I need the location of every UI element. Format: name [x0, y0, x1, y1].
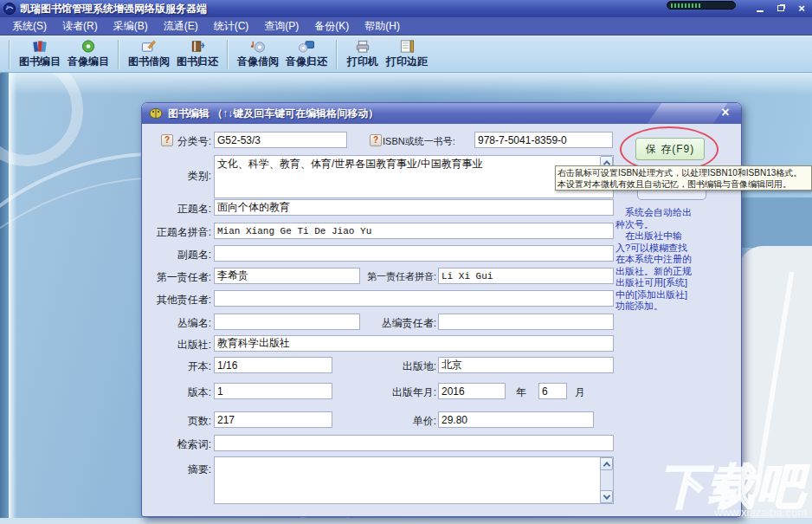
- toolbar-separator: [9, 40, 10, 69]
- edition-input[interactable]: [214, 383, 332, 399]
- meter-bars-icon: [671, 3, 700, 8]
- first-author-label: 第一责任者:: [142, 270, 211, 285]
- isbn-tooltip: 右击鼠标可设置ISBN处理方式，以处理ISBN10和ISBN13格式。 本设置对…: [555, 165, 812, 191]
- publisher-label: 出版社:: [142, 338, 211, 353]
- print-margin-icon: [398, 39, 416, 54]
- dialog-titlebar-notch: [648, 103, 728, 124]
- menu-reader[interactable]: 读者(R): [55, 17, 105, 36]
- restore-button[interactable]: [774, 2, 788, 14]
- toolbar-separator: [227, 40, 229, 69]
- price-input[interactable]: [438, 411, 594, 428]
- isbn-help-button[interactable]: ?: [370, 134, 382, 146]
- menu-circulation[interactable]: 流通(E): [157, 17, 205, 36]
- toolbar-separator: [118, 40, 119, 69]
- toolbar-button-book-return[interactable]: 图书归还: [173, 38, 222, 70]
- av-borrow-icon: [249, 39, 267, 54]
- title-input[interactable]: [214, 199, 614, 216]
- series-author-input[interactable]: [438, 314, 614, 330]
- classification-input[interactable]: [214, 132, 347, 148]
- publisher-input[interactable]: [214, 335, 614, 352]
- toolbar-button-print-margin[interactable]: 打印边距: [383, 38, 431, 70]
- watermark-title: 下载吧: [659, 463, 807, 509]
- dialog-close-button[interactable]: ×: [717, 106, 734, 120]
- title-label: 正题名:: [142, 202, 211, 217]
- year-unit-label: 年: [516, 385, 533, 400]
- keywords-input[interactable]: [214, 435, 614, 451]
- publisher-helper-text: 系统会自动给出 种次号。 在出版社中输 入?可以模糊查找 在本系统中注册的 出版…: [615, 207, 709, 313]
- toolbar-separator: [336, 40, 338, 69]
- tooltip-line-2: 本设置对本微机有效且自动记忆，图书编辑与音像编辑同用。: [557, 178, 809, 190]
- format-label: 开本:: [142, 359, 211, 374]
- menu-acquisition[interactable]: 采编(B): [106, 17, 155, 36]
- classification-label: 分类号:: [142, 134, 211, 149]
- av-catalog-icon: [80, 39, 97, 54]
- isbn-label: ISBN或统一书号:: [383, 135, 473, 148]
- first-author-pinyin-label: 第一责任者拼音:: [341, 270, 436, 283]
- minimize-button[interactable]: [753, 2, 767, 14]
- menu-bar: 系统(S) 读者(R) 采编(B) 流通(E) 统计(C) 查询(P) 备份(K…: [0, 17, 812, 36]
- price-label: 单价:: [341, 414, 436, 429]
- series-author-label: 丛编责任者:: [341, 316, 436, 331]
- isbn-input[interactable]: [474, 132, 613, 148]
- toolbar-button-printer[interactable]: 打印机: [343, 38, 383, 70]
- app-icon: [3, 3, 16, 15]
- abstract-scroll-up-button[interactable]: [600, 457, 613, 470]
- abstract-textarea-wrap: [214, 456, 614, 504]
- book-borrow-icon: [140, 39, 158, 54]
- series-name-input[interactable]: [214, 314, 360, 330]
- close-button[interactable]: ×: [795, 2, 809, 14]
- abstract-label: 摘要:: [142, 463, 211, 477]
- toolbar-button-av-return[interactable]: 音像归还: [282, 38, 331, 70]
- series-name-label: 丛编名:: [142, 316, 211, 331]
- printer-icon: [354, 39, 371, 54]
- toolbar: 图书编目 音像编目 图书借阅 图书归还 音像借阅 音像归还 打印机: [0, 36, 812, 73]
- toolbar-button-av-borrow[interactable]: 音像借阅: [234, 38, 282, 70]
- toolbar-button-book-catalog[interactable]: 图书编目: [16, 38, 64, 70]
- book-return-icon: [189, 39, 206, 54]
- month-unit-label: 月: [575, 385, 592, 400]
- tooltip-line-1: 右击鼠标可设置ISBN处理方式，以处理ISBN10和ISBN13格式。: [557, 167, 809, 178]
- other-authors-input[interactable]: [214, 290, 614, 307]
- publish-place-label: 出版地:: [341, 359, 436, 374]
- title-pinyin-label: 正题名拼音:: [142, 225, 211, 240]
- dialog-title: 图书编辑 （↑↓键及回车键可在编辑格间移动）: [168, 107, 378, 121]
- window-titlebar: 凯瑞图书馆管理系统增强网络版服务器端 ×: [0, 0, 812, 17]
- subtitle-input[interactable]: [214, 245, 614, 262]
- menu-system[interactable]: 系统(S): [5, 17, 54, 36]
- category-textarea[interactable]: 文化、科学、教育、体育/世界各国教育事业/中国教育事业: [215, 156, 599, 197]
- publish-month-input[interactable]: [538, 383, 567, 399]
- wallpaper-top-band: [0, 73, 812, 95]
- chevron-up-icon: [603, 462, 609, 469]
- toolbar-button-book-borrow[interactable]: 图书借阅: [125, 38, 173, 70]
- publish-place-input[interactable]: [438, 357, 614, 373]
- pages-input[interactable]: [214, 411, 332, 428]
- window-controls: ×: [753, 2, 809, 14]
- chevron-down-icon: [603, 492, 609, 499]
- publish-date-label: 出版年月:: [341, 385, 436, 400]
- pages-label: 页数:: [142, 414, 211, 429]
- first-author-pinyin-input[interactable]: [438, 268, 614, 284]
- av-return-icon: [298, 39, 315, 54]
- dialog-titlebar: 图书编辑 （↑↓键及回车键可在编辑格间移动）: [142, 103, 741, 124]
- first-author-input[interactable]: [214, 268, 360, 284]
- book-dialog-icon: [149, 107, 163, 120]
- wallpaper-right-block: [739, 197, 812, 248]
- titlebar-meter: [667, 1, 736, 10]
- title-pinyin-input[interactable]: [214, 223, 614, 239]
- toolbar-button-av-catalog[interactable]: 音像编目: [64, 38, 113, 70]
- other-authors-label: 其他责任者:: [142, 293, 211, 307]
- category-label: 类别:: [142, 169, 211, 184]
- menu-backup[interactable]: 备份(K): [307, 17, 356, 36]
- abstract-textarea[interactable]: [215, 457, 599, 503]
- edition-label: 版本:: [142, 385, 211, 400]
- format-input[interactable]: [214, 357, 332, 373]
- menu-statistics[interactable]: 统计(C): [207, 17, 256, 36]
- publish-year-input[interactable]: [438, 383, 506, 399]
- menu-help[interactable]: 帮助(H): [358, 17, 407, 36]
- abstract-scroll-down-button[interactable]: [600, 490, 613, 503]
- window-title: 凯瑞图书馆管理系统增强网络版服务器端: [20, 2, 207, 16]
- book-edit-dialog: 图书编辑 （↑↓键及回车键可在编辑格间移动） × ? 分类号: ? ISBN或统…: [141, 102, 742, 517]
- subtitle-label: 副题名:: [142, 248, 211, 262]
- menu-query[interactable]: 查询(P): [257, 17, 306, 36]
- minimize-icon: [757, 10, 764, 12]
